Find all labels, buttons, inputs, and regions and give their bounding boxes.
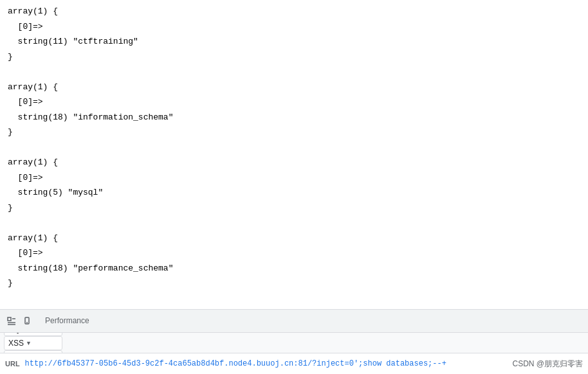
url-value[interactable]: http://6fb45377-05b6-45d3-9c2f-4ca65ab8d… bbox=[25, 359, 508, 368]
code-line: array(1) { bbox=[8, 5, 580, 18]
code-line: [0]=> bbox=[8, 21, 580, 33]
hackbar-btn-sqli[interactable]: SQLI▼ bbox=[4, 333, 62, 336]
svg-rect-0 bbox=[8, 317, 11, 321]
devtools-tabs: ElementsConsoleRecorder ⏺SourcesNetworkP… bbox=[39, 310, 96, 333]
code-line: array(1) { bbox=[8, 81, 580, 94]
tab-performance[interactable]: Performance bbox=[39, 310, 96, 333]
code-line: string(11) "ctftraining" bbox=[8, 35, 580, 48]
url-label: URL bbox=[5, 360, 20, 368]
hackbar-btn-label: SQLI bbox=[8, 333, 26, 334]
device-toggle-icon[interactable] bbox=[21, 315, 33, 328]
code-line bbox=[8, 66, 580, 78]
code-line: } bbox=[8, 202, 580, 215]
devtools-tabs-row: ElementsConsoleRecorder ⏺SourcesNetworkP… bbox=[0, 310, 588, 333]
devtools-bar: ElementsConsoleRecorder ⏺SourcesNetworkP… bbox=[0, 309, 588, 374]
code-output-area: array(1) { [0]=> string(11) "ctftraining… bbox=[0, 0, 588, 309]
code-line: } bbox=[8, 277, 580, 290]
code-line: } bbox=[8, 51, 580, 64]
tab-icon-buttons bbox=[5, 315, 33, 328]
code-line: [0]=> bbox=[8, 247, 580, 260]
inspect-element-icon[interactable] bbox=[5, 315, 18, 328]
code-line bbox=[8, 292, 580, 305]
code-line: [0]=> bbox=[8, 172, 580, 184]
hackbar-btn-label: XSS bbox=[8, 339, 24, 348]
code-line: string(5) "mysql" bbox=[8, 186, 580, 199]
code-line: string(18) "information_schema" bbox=[8, 111, 580, 124]
code-line: array(1) { bbox=[8, 232, 580, 245]
code-line: string(18) "performance_schema" bbox=[8, 262, 580, 275]
hackbar-toolbar: LOADSPLITEXECUTETEST▼SQLI▼XSS▼LFI▼SSTI▼S… bbox=[0, 333, 588, 353]
code-line: array(1) { bbox=[8, 156, 580, 169]
dropdown-arrow-icon: ▼ bbox=[26, 340, 32, 346]
code-line bbox=[8, 217, 580, 229]
hackbar-buttons: LOADSPLITEXECUTETEST▼SQLI▼XSS▼LFI▼SSTI▼S… bbox=[4, 333, 62, 353]
csdn-badge: CSDN @朋克归零害 bbox=[512, 359, 583, 370]
code-line: } bbox=[8, 126, 580, 139]
hackbar-btn-xss[interactable]: XSS▼ bbox=[4, 336, 62, 350]
code-line: [0]=> bbox=[8, 96, 580, 109]
url-bar: URL http://6fb45377-05b6-45d3-9c2f-4ca65… bbox=[0, 353, 588, 374]
code-line bbox=[8, 141, 580, 154]
